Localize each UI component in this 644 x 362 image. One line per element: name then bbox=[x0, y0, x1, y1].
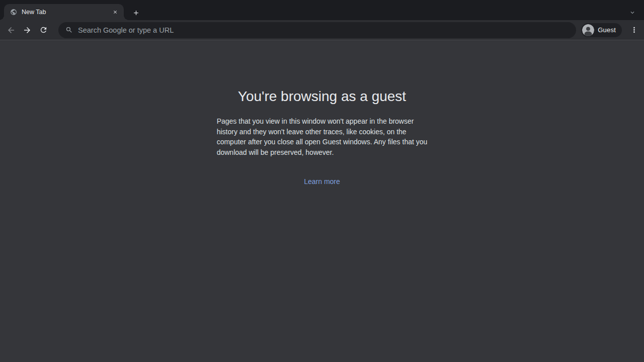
globe-favicon-icon bbox=[10, 9, 17, 16]
forward-arrow-icon bbox=[23, 26, 32, 35]
chevron-down-icon bbox=[629, 9, 636, 16]
plus-icon bbox=[132, 9, 140, 17]
close-icon bbox=[113, 10, 118, 15]
guest-description: Pages that you view in this window won't… bbox=[217, 116, 428, 157]
guest-avatar-icon bbox=[582, 24, 594, 36]
reload-icon bbox=[39, 26, 48, 34]
learn-more-link[interactable]: Learn more bbox=[304, 177, 340, 186]
url-input[interactable] bbox=[78, 26, 569, 34]
back-button[interactable] bbox=[4, 23, 18, 37]
toolbar: Guest bbox=[0, 20, 644, 40]
search-icon bbox=[65, 26, 73, 34]
guest-new-tab-page: You're browsing as a guest Pages that yo… bbox=[0, 40, 644, 362]
reload-button[interactable] bbox=[36, 23, 50, 37]
tab-strip: New Tab bbox=[0, 0, 644, 20]
tab-title: New Tab bbox=[22, 9, 111, 16]
new-tab-button[interactable] bbox=[129, 6, 143, 20]
tab-close-button[interactable] bbox=[111, 8, 120, 17]
address-bar[interactable] bbox=[58, 22, 576, 38]
browser-window: New Tab bbox=[0, 0, 644, 362]
tab-new-tab[interactable]: New Tab bbox=[4, 4, 124, 20]
window-chevron-button[interactable] bbox=[625, 6, 639, 20]
profile-label: Guest bbox=[598, 26, 616, 34]
three-dot-menu-icon bbox=[630, 26, 638, 34]
profile-button[interactable]: Guest bbox=[581, 23, 622, 37]
browser-menu-button[interactable] bbox=[627, 23, 641, 37]
forward-button[interactable] bbox=[20, 23, 34, 37]
page-title: You're browsing as a guest bbox=[0, 88, 644, 105]
back-arrow-icon bbox=[7, 26, 16, 35]
